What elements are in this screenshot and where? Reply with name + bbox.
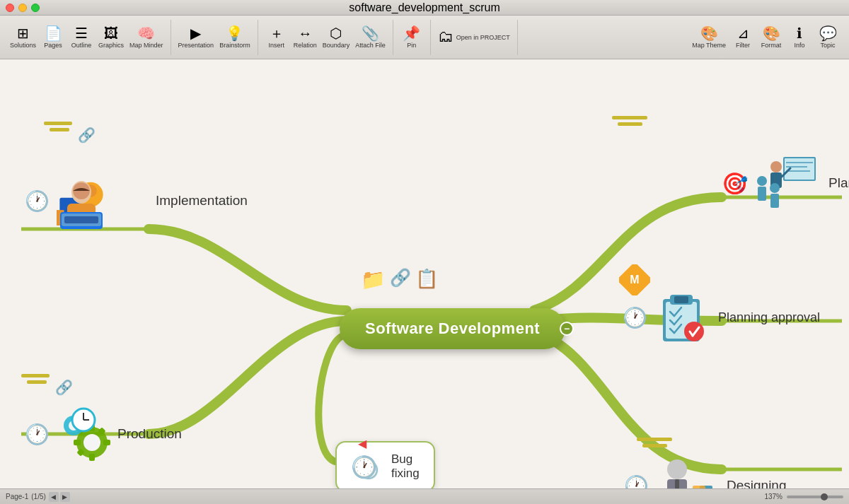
planning-approval-label: Planning approval (718, 310, 820, 325)
center-node[interactable]: Software Development − (340, 308, 565, 349)
svg-text:M: M (630, 274, 639, 286)
pages-button[interactable]: 📄 Pages (39, 21, 67, 54)
boundary-button[interactable]: ⬡ Boundary (320, 21, 353, 54)
chain-icon-center: 🔗 (390, 268, 411, 291)
toolbar: ⊞ Solutions 📄 Pages ☰ Outline 🖼 Graphics… (0, 16, 849, 59)
maximize-button[interactable] (31, 4, 40, 12)
toolbar-group-project: 🗂 Open in PROJECT (431, 20, 518, 55)
insert-icon: ＋ (270, 26, 284, 40)
svg-point-52 (667, 459, 687, 479)
svg-point-33 (757, 176, 767, 186)
brainstorm-button[interactable]: 💡 Brainstorm (216, 21, 253, 54)
chain-link-topleft: 🔗 (78, 127, 96, 143)
topic-icon: 💬 (819, 26, 837, 40)
designing-node: 🕐 Designing (624, 454, 787, 488)
deco-lines-designing (637, 438, 672, 447)
alert-icon: ◀ (358, 438, 366, 450)
approval-illustration (654, 289, 711, 346)
prod-gears-icon (55, 406, 112, 462)
svg-rect-15 (74, 440, 81, 445)
brainstorm-icon: 💡 (226, 26, 243, 40)
toolbar-group-pres: ▶ Presentation 💡 Brainstorm (171, 20, 258, 55)
collapse-button[interactable]: − (560, 322, 574, 336)
document-icon: 📋 (415, 268, 438, 291)
boundary-icon: ⬡ (330, 26, 342, 40)
clock-icon-design: 🕐 (624, 474, 649, 489)
attach-file-button[interactable]: 📎 Attach File (352, 21, 388, 54)
solutions-icon: ⊞ (17, 26, 29, 40)
open-project-button[interactable]: 🗂 Open in PROJECT (435, 21, 513, 54)
pin-button[interactable]: 📌 Pin (398, 21, 426, 54)
clock-icon-impl: 🕐 (25, 189, 50, 213)
relation-button[interactable]: ↔ Relation (291, 21, 320, 54)
map-minder-icon: 🧠 (137, 26, 155, 40)
zoom-control: 137% (764, 493, 843, 500)
svg-point-49 (684, 322, 704, 341)
folder-icon: 📁 (361, 268, 386, 291)
planning-approval-icons: 🕐 Planning approval (623, 289, 820, 346)
production-label: Production (117, 426, 182, 442)
solutions-button[interactable]: ⊞ Solutions (7, 21, 39, 54)
graphics-icon: 🖼 (104, 26, 118, 40)
page-count: (1/5) (31, 493, 46, 500)
production-node: 🕐 Production (25, 406, 182, 462)
window-title: software_development_scrum (349, 1, 499, 14)
zoom-thumb[interactable] (821, 493, 828, 500)
insert-button[interactable]: ＋ Insert (262, 21, 291, 54)
info-button[interactable]: ℹ Info (785, 21, 814, 54)
presentation-button[interactable]: ▶ Presentation (175, 21, 217, 54)
topic-button[interactable]: 💬 Topic (814, 21, 842, 54)
impl-illustration (53, 172, 110, 229)
map-theme-button[interactable]: 🎨 Map Theme (689, 21, 729, 54)
zoom-slider[interactable] (787, 496, 843, 498)
traffic-lights (6, 4, 40, 12)
page-label: Page-1 (6, 493, 28, 500)
bugfix-label: Bug fixing (391, 452, 420, 481)
target-icon-plan: 🎯 (722, 171, 748, 196)
toolbar-group-main: ⊞ Solutions 📄 Pages ☰ Outline 🖼 Graphics… (3, 20, 171, 55)
svg-rect-42 (674, 296, 688, 303)
bugfix-clocks: 🕐 🕐 (351, 455, 377, 479)
planning-label: Planning (828, 175, 849, 191)
minimize-button[interactable] (18, 4, 27, 12)
toolbar-group-insert: ＋ Insert ↔ Relation ⬡ Boundary 📎 Attach … (258, 20, 393, 55)
deco-lines-topright (612, 116, 647, 126)
svg-point-12 (83, 434, 100, 451)
graphics-button[interactable]: 🖼 Graphics (96, 21, 127, 54)
format-button[interactable]: 🎨 Format (757, 21, 785, 54)
page-nav: ◀ ▶ (49, 492, 70, 502)
filter-icon: ⊿ (737, 26, 749, 40)
attach-file-icon: 📎 (362, 26, 379, 40)
implementation-node: 🕐 Implementation (25, 176, 248, 225)
filter-button[interactable]: ⊿ Filter (729, 21, 757, 54)
svg-point-35 (770, 183, 780, 193)
toolbar-group-right: 🎨 Map Theme ⊿ Filter 🎨 Format ℹ Info 💬 T… (685, 20, 846, 55)
clock-icon-bug: 🕐 (351, 455, 377, 479)
svg-rect-34 (758, 187, 766, 201)
svg-rect-57 (693, 486, 705, 488)
planning-illustration (755, 151, 819, 215)
canvas[interactable]: 🔗 🔗 🕐 Implementation 🕐 (0, 59, 849, 488)
presentation-icon: ▶ (190, 26, 201, 40)
zoom-level: 137% (764, 493, 782, 500)
toolbar-group-pin: 📌 Pin (393, 20, 431, 55)
deco-lines-topleft (44, 122, 72, 131)
designing-illustration (656, 454, 720, 488)
format-icon: 🎨 (763, 26, 780, 40)
svg-rect-16 (103, 440, 110, 445)
pin-icon: 📌 (403, 26, 420, 40)
center-label: Software Development (365, 320, 540, 337)
planning-node: 🎯 Planning (722, 151, 849, 215)
pages-icon: 📄 (45, 26, 62, 40)
next-page-button[interactable]: ▶ (60, 492, 70, 502)
prev-page-button[interactable]: ◀ (49, 492, 59, 502)
map-minder-button[interactable]: 🧠 Map Minder (127, 21, 166, 54)
svg-rect-9 (64, 216, 98, 223)
deco-lines-leftmid (21, 374, 50, 384)
chain-link-leftmid: 🔗 (55, 379, 73, 396)
titlebar: software_development_scrum (0, 0, 849, 16)
outline-button[interactable]: ☰ Outline (67, 21, 96, 54)
close-button[interactable] (6, 4, 14, 12)
svg-rect-14 (89, 454, 95, 461)
center-node-icons: 📁 🔗 📋 (361, 268, 438, 291)
